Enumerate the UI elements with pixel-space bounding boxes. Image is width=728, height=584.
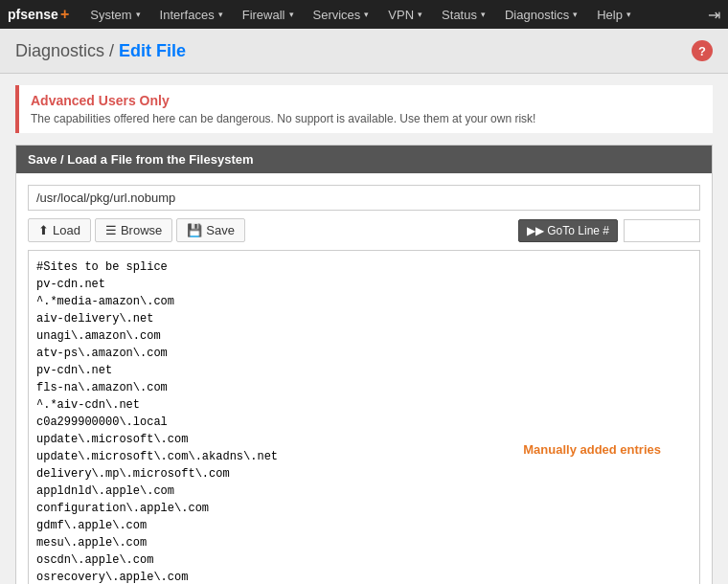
nav-services[interactable]: Services▾ [304,0,379,29]
chevron-down-icon: ▾ [573,10,578,19]
chevron-down-icon: ▾ [481,10,486,19]
logout-icon[interactable]: ⇥ [708,6,720,24]
save-button[interactable]: 💾 Save [176,218,245,242]
goto-line-input[interactable] [624,219,700,242]
warning-box: Advanced Users Only The capabilities off… [15,85,713,133]
chevron-down-icon: ▾ [136,10,141,19]
chevron-down-icon: ▾ [418,10,422,19]
nav-diagnostics[interactable]: Diagnostics▾ [495,0,587,29]
goto-line-button[interactable]: ▶▶ GoTo Line # [518,219,618,242]
warning-text: The capabilities offered here can be dan… [31,112,701,125]
browse-button[interactable]: ☰ Browse [95,218,172,242]
nav-system[interactable]: System▾ [80,0,149,29]
chevron-down-icon: ▾ [626,10,631,19]
page-header: Diagnostics / Edit File ? [0,29,728,74]
save-icon: 💾 [187,223,202,237]
warning-title: Advanced Users Only [31,93,701,108]
panel-body: ⬆ Load ☰ Browse 💾 Save ▶▶ GoTo Line # [16,173,712,584]
brand-plus: + [60,6,69,23]
panel-heading: Save / Load a File from the Filesystem [16,146,712,173]
page-title: Edit File [119,41,186,60]
chevron-down-icon: ▾ [364,10,369,19]
brand-logo[interactable]: pfsense+ [8,6,69,23]
file-editor[interactable] [29,251,699,584]
nav-interfaces[interactable]: Interfaces▾ [150,0,233,29]
file-panel: Save / Load a File from the Filesystem ⬆… [15,145,713,584]
breadcrumb: Diagnostics / Edit File [15,41,186,61]
nav-firewall[interactable]: Firewall▾ [233,0,304,29]
breadcrumb-parent: Diagnostics [15,41,104,60]
nav-items: System▾ Interfaces▾ Firewall▾ Services▾ … [80,0,708,29]
breadcrumb-separator: / [109,41,119,60]
forward-icon: ▶▶ [527,224,544,237]
file-editor-container: Manually added entries [28,250,700,584]
help-icon[interactable]: ? [692,40,713,61]
nav-help[interactable]: Help▾ [587,0,641,29]
chevron-down-icon: ▾ [218,10,223,19]
chevron-down-icon: ▾ [289,10,294,19]
toolbar: ⬆ Load ☰ Browse 💾 Save ▶▶ GoTo Line # [28,218,700,242]
nav-status[interactable]: Status▾ [432,0,495,29]
filepath-input[interactable] [28,185,700,211]
goto-section: ▶▶ GoTo Line # [518,219,700,242]
list-icon: ☰ [105,223,117,237]
load-icon: ⬆ [38,223,49,237]
brand-text: pfsense [8,7,58,22]
load-button[interactable]: ⬆ Load [28,218,91,242]
navbar: pfsense+ System▾ Interfaces▾ Firewall▾ S… [0,0,728,29]
nav-vpn[interactable]: VPN▾ [378,0,432,29]
